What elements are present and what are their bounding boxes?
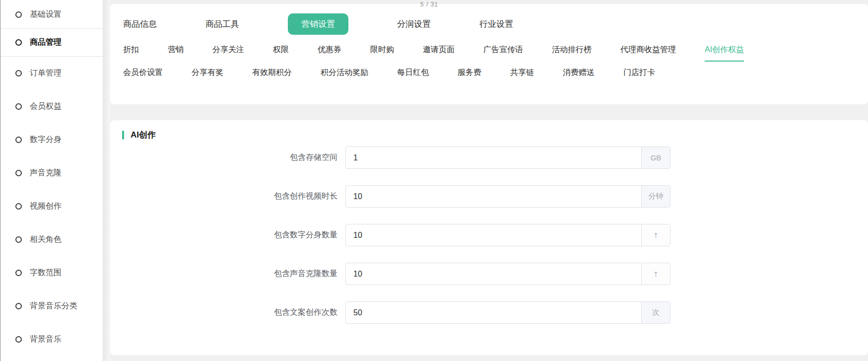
sub-tab[interactable]: 门店打卡: [623, 68, 655, 84]
sub-tab[interactable]: 权限: [273, 45, 289, 62]
sidebar-item[interactable]: 订单管理: [0, 57, 103, 90]
sub-tab-label: 共享链: [510, 68, 534, 76]
sidebar-item-label: 字数范围: [30, 268, 62, 278]
sub-tab[interactable]: 营销: [168, 45, 184, 62]
sidebar: 基础设置 商品管理 订单管理 会员权益 数字分身 声音克隆 视频创作 相关角色 …: [0, 0, 103, 361]
sidebar-item-label: 基础设置: [30, 9, 62, 20]
sub-tab-label: 权限: [273, 45, 289, 54]
field-input-wrap: 次: [345, 301, 670, 324]
field-input[interactable]: [346, 186, 641, 207]
sub-tab-label: 消费赠送: [563, 68, 595, 76]
form-rows: 包含存储空间 GB 包含创作视频时长 分钟 包含数字分身数量 ↑: [122, 146, 868, 324]
sub-tab[interactable]: 限时购: [370, 45, 394, 62]
sub-tab[interactable]: AI创作权益: [705, 45, 744, 62]
sidebar-item[interactable]: 会员权益: [0, 90, 103, 123]
stepper-up-button[interactable]: ↑: [641, 263, 670, 285]
sub-tab[interactable]: 共享链: [510, 68, 534, 84]
sub-tab[interactable]: 有效期积分: [252, 68, 292, 84]
field-input-wrap: ↑: [345, 224, 670, 246]
sub-tab[interactable]: 每日红包: [397, 68, 429, 84]
field-label: 包含数字分身数量: [122, 230, 345, 240]
sidebar-item-label: 会员权益: [30, 101, 62, 112]
field-input[interactable]: [346, 263, 641, 285]
field-input[interactable]: [346, 302, 641, 323]
sub-tab[interactable]: 代理商收益管理: [620, 45, 676, 62]
sidebar-item-label: 背景音乐: [30, 334, 62, 345]
sub-tab[interactable]: 服务费: [458, 68, 481, 84]
scrollbar-track[interactable]: [103, 0, 110, 361]
sidebar-item[interactable]: 基础设置: [0, 1, 103, 29]
sub-tab-bar-row1: 折扣 营销 分享关注 权限 优惠券 限时购 邀请页面 广告宣传语 活动排行榜: [123, 45, 868, 62]
sub-tab[interactable]: 分享有奖: [192, 68, 223, 84]
sub-tab-label: 代理商收益管理: [620, 45, 676, 54]
radio-circle-icon: [15, 170, 22, 176]
field-input-wrap: 分钟: [345, 185, 670, 208]
sub-tab-label: 服务费: [458, 68, 481, 76]
form-row: 包含文案创作次数 次: [122, 301, 868, 324]
sidebar-item-label: 相关角色: [30, 234, 62, 245]
sidebar-item[interactable]: 声音克隆: [0, 156, 103, 190]
main-tab[interactable]: 行业设置: [479, 18, 513, 30]
sub-tab-label: 活动排行榜: [552, 45, 592, 54]
sidebar-item-label: 声音克隆: [30, 168, 62, 178]
sidebar-item[interactable]: 字数范围: [0, 256, 103, 289]
sidebar-item[interactable]: 数字分身: [0, 123, 103, 156]
sub-tab[interactable]: 优惠券: [318, 45, 341, 62]
sub-tab[interactable]: 广告宣传语: [483, 45, 523, 62]
sub-tab[interactable]: 邀请页面: [423, 45, 455, 62]
sub-tab-label: 营销: [168, 45, 184, 54]
sidebar-item-label: 背景音乐分类: [30, 301, 77, 311]
section-marker: [122, 131, 124, 140]
sub-tab[interactable]: 消费赠送: [563, 68, 595, 84]
sidebar-item[interactable]: 视频创作: [0, 190, 103, 223]
sub-tab-label: 邀请页面: [423, 45, 455, 54]
form-row: 包含创作视频时长 分钟: [122, 185, 868, 208]
sidebar-item[interactable]: 相关角色: [0, 223, 103, 256]
sub-tab-label: 广告宣传语: [483, 45, 523, 54]
field-input[interactable]: [346, 147, 641, 168]
sub-tab[interactable]: 活动排行榜: [552, 45, 592, 62]
sub-tab[interactable]: 积分活动奖励: [321, 68, 368, 84]
main-tab[interactable]: 分润设置: [397, 18, 431, 30]
sidebar-item-label: 视频创作: [30, 201, 62, 212]
sub-tab[interactable]: 会员价设置: [123, 68, 163, 84]
sub-tab-label: 积分活动奖励: [321, 68, 368, 76]
field-input-wrap: ↑: [345, 263, 670, 285]
section-title: AI创作: [131, 129, 156, 141]
radio-circle-icon: [15, 236, 22, 243]
sub-tab-label: 分享关注: [212, 45, 244, 54]
main-tab[interactable]: 商品信息: [123, 18, 157, 30]
main-tab-label: 行业设置: [479, 19, 513, 29]
form-row: 包含数字分身数量 ↑: [122, 224, 868, 246]
main-tab[interactable]: 营销设置: [288, 13, 348, 35]
sidebar-item-label: 数字分身: [30, 135, 62, 145]
radio-circle-icon: [15, 70, 22, 76]
sub-tab-label: 限时购: [370, 45, 394, 54]
sidebar-item[interactable]: 商品管理: [0, 29, 103, 57]
main-tab-bar: 商品信息 商品工具 营销设置 分润设置 行业设置: [123, 14, 868, 34]
radio-circle-icon: [15, 203, 22, 210]
main-tab[interactable]: 商品工具: [205, 18, 239, 30]
sub-tab-label: 分享有奖: [192, 68, 223, 76]
sub-tab[interactable]: 分享关注: [212, 45, 244, 62]
field-label: 包含文案创作次数: [122, 307, 345, 318]
sidebar-item-label: 订单管理: [30, 68, 62, 78]
sub-tab-label: 优惠券: [318, 45, 341, 54]
field-input[interactable]: [346, 224, 641, 246]
radio-circle-icon: [15, 270, 22, 276]
field-label: 包含创作视频时长: [122, 191, 345, 202]
unit-suffix-gb: GB: [641, 147, 670, 168]
radio-circle-icon: [15, 11, 22, 18]
radio-circle-icon: [15, 303, 22, 309]
sidebar-item[interactable]: 背景音乐分类: [0, 289, 103, 323]
field-label: 包含存储空间: [122, 152, 345, 163]
sub-tab[interactable]: 折扣: [123, 45, 139, 62]
field-input-wrap: GB: [345, 146, 670, 169]
unit-suffix-times: 次: [641, 302, 670, 323]
stepper-up-button[interactable]: ↑: [641, 224, 670, 246]
sub-tab-label: 每日红包: [397, 68, 429, 76]
sidebar-item[interactable]: 背景音乐: [0, 323, 103, 356]
unit-suffix-minutes: 分钟: [641, 186, 670, 207]
main-content: 5 / 31 商品信息 商品工具 营销设置 分润设置 行业设置 折扣 营销: [110, 0, 868, 361]
sub-tab-label: 会员价设置: [123, 68, 163, 76]
